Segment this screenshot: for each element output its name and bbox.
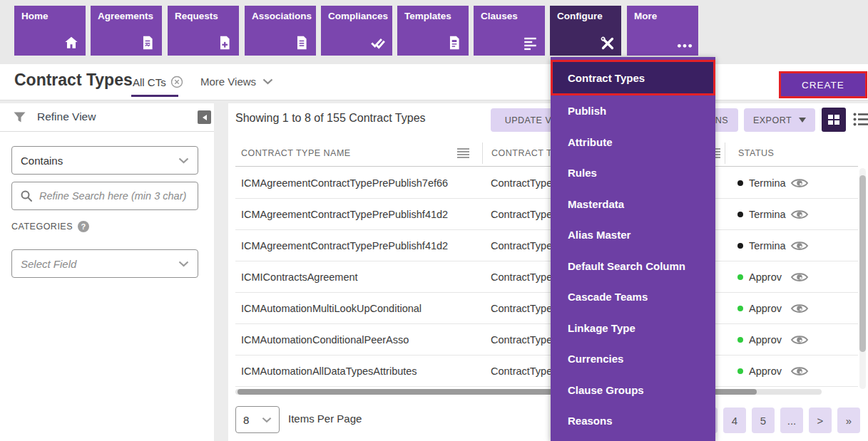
- table-row[interactable]: ICMAgreementContractTypePrePublishf41d2 …: [235, 199, 858, 230]
- menu-item-clause-groups[interactable]: Clause Groups: [551, 375, 715, 406]
- table-row[interactable]: ICMAgreementContractTypePrePublishf41d2 …: [235, 230, 858, 261]
- items-per-page-select[interactable]: 8: [235, 406, 280, 433]
- refine-search-input[interactable]: [39, 190, 190, 202]
- table-row[interactable]: ICMIContractsAgreement ContractType Appr…: [235, 261, 858, 293]
- preview-eye-icon[interactable]: [790, 177, 809, 190]
- active-view-chip[interactable]: All CTs: [133, 76, 183, 88]
- table-row[interactable]: ICMAutomationMultiLookUpConditional Cont…: [235, 293, 858, 324]
- nav-tile-home[interactable]: Home: [14, 6, 86, 56]
- column-header-contract-type-name[interactable]: CONTRACT TYPE NAME: [235, 140, 482, 166]
- contract-type-name[interactable]: ICMAgreementContractTypePrePublishf41d2: [235, 209, 482, 220]
- chevron-down-icon: [262, 78, 273, 85]
- export-button[interactable]: EXPORT: [744, 108, 815, 132]
- table-header-row: CONTRACT TYPE NAME CONTRACT TYPE STATUS: [235, 140, 858, 167]
- nav-tile-associations[interactable]: Associations: [245, 6, 316, 56]
- status-cell: Approv: [725, 302, 858, 315]
- preview-eye-icon[interactable]: [790, 239, 809, 252]
- nav-tile-agreements[interactable]: Agreements: [91, 6, 162, 56]
- preview-eye-icon[interactable]: [790, 271, 809, 284]
- last-page-button[interactable]: »: [837, 408, 860, 433]
- menu-item-alias-master[interactable]: Alias Master: [551, 219, 715, 251]
- more-views-label: More Views: [200, 76, 256, 88]
- menu-item-reasons[interactable]: Reasons: [551, 405, 715, 437]
- menu-item-contract-types[interactable]: Contract Types: [551, 60, 715, 95]
- column-menu-icon[interactable]: [457, 148, 469, 158]
- nav-tile-requests[interactable]: Requests: [168, 6, 239, 56]
- preview-eye-icon[interactable]: [790, 365, 809, 378]
- nav-tile-clauses[interactable]: Clauses: [474, 6, 545, 56]
- table-row[interactable]: ICMAgreementContractTypePrePublish7ef66 …: [235, 167, 858, 199]
- status-text: Termina: [749, 209, 789, 220]
- menu-item-linkage-type[interactable]: Linkage Type: [551, 313, 715, 344]
- horizontal-scrollbar[interactable]: [235, 389, 822, 395]
- status-dot: [737, 337, 743, 343]
- status-cell: Termina: [725, 177, 858, 190]
- page-ellipsis-button[interactable]: ...: [780, 408, 803, 433]
- items-per-page-value: 8: [243, 414, 249, 426]
- status-text: Approv: [749, 271, 789, 283]
- chevron-down-icon: [262, 417, 272, 423]
- home-icon: [63, 35, 79, 51]
- contract-type-name[interactable]: ICMAutomationAllDataTypesAttributes: [235, 365, 482, 377]
- menu-item-currencies[interactable]: Currencies: [551, 343, 715, 375]
- menu-item-masterdata[interactable]: Masterdata: [551, 189, 715, 220]
- contract-types-page: Home Agreements Requests Associations Co…: [0, 0, 868, 441]
- search-operator-select[interactable]: Contains: [11, 146, 198, 175]
- sidebar-collapse-button[interactable]: [198, 110, 211, 124]
- active-view-underline: [131, 95, 178, 97]
- menu-item-attribute[interactable]: Attribute: [551, 127, 715, 158]
- status-cell: Termina: [725, 239, 858, 252]
- category-field-select[interactable]: Select Field: [11, 249, 198, 278]
- table-row[interactable]: ICMAutomationConditionalPeerAsso Contrac…: [235, 324, 858, 356]
- compliance-double-check-icon: [370, 35, 386, 51]
- nav-tile-compliances[interactable]: Compliances: [321, 6, 392, 56]
- search-operator-value: Contains: [21, 155, 63, 167]
- collapse-left-icon: [203, 115, 207, 120]
- preview-eye-icon[interactable]: [790, 302, 809, 315]
- page-button-4[interactable]: 4: [723, 408, 746, 433]
- categories-label-row: CATEGORIES: [11, 221, 89, 232]
- preview-eye-icon[interactable]: [790, 208, 809, 221]
- refine-search-box: [11, 182, 198, 210]
- list-view-toggle[interactable]: [853, 112, 868, 127]
- filter-funnel-icon: [13, 111, 26, 124]
- grid-icon: [827, 113, 840, 126]
- vertical-scrollbar[interactable]: [859, 168, 866, 389]
- next-page-button[interactable]: >: [809, 408, 832, 433]
- status-text: Termina: [749, 240, 789, 251]
- menu-item-rules[interactable]: Rules: [551, 157, 715, 189]
- contract-type-name[interactable]: ICMAgreementContractTypePrePublish7ef66: [235, 177, 482, 189]
- grid-view-toggle[interactable]: [822, 108, 846, 132]
- nav-tile-configure[interactable]: Configure: [550, 6, 621, 56]
- vertical-scrollbar-thumb[interactable]: [859, 175, 866, 352]
- contract-type-name[interactable]: ICMAgreementContractTypePrePublishf41d2: [235, 240, 482, 251]
- more-views-dropdown[interactable]: More Views: [200, 76, 273, 88]
- status-dot: [737, 243, 743, 249]
- category-field-placeholder: Select Field: [21, 258, 76, 270]
- association-document-icon: [294, 35, 310, 51]
- contract-type-name[interactable]: ICMAutomationConditionalPeerAsso: [235, 334, 482, 346]
- nav-tile-more[interactable]: More: [627, 6, 698, 56]
- menu-item-cascade-teams[interactable]: Cascade Teams: [551, 281, 715, 313]
- results-count-text: Showing 1 to 8 of 155 Contract Types: [235, 112, 426, 125]
- menu-item-default-search-column[interactable]: Default Search Column: [551, 251, 715, 282]
- close-icon[interactable]: [170, 76, 183, 88]
- page-button-5[interactable]: 5: [752, 408, 775, 433]
- status-dot: [737, 274, 743, 280]
- help-icon[interactable]: [78, 221, 89, 232]
- create-button[interactable]: CREATE: [779, 71, 867, 98]
- refine-view-header: Refine View: [0, 103, 214, 132]
- menu-item-publish[interactable]: Publish: [551, 95, 715, 127]
- preview-eye-icon[interactable]: [790, 333, 809, 346]
- refine-view-sidebar: Refine View Contains CATEGORIES Select F…: [0, 103, 214, 441]
- contract-type-name[interactable]: ICMIContractsAgreement: [235, 271, 482, 283]
- contract-types-main: Showing 1 to 8 of 155 Contract Types UPD…: [228, 103, 868, 441]
- column-header-status[interactable]: STATUS: [725, 142, 858, 164]
- nav-tile-templates[interactable]: Templates: [397, 6, 469, 56]
- contract-type-name[interactable]: ICMAutomationMultiLookUpConditional: [235, 303, 482, 314]
- export-label: EXPORT: [753, 115, 792, 125]
- search-icon: [20, 190, 33, 202]
- contract-types-table: ICMAgreementContractTypePrePublish7ef66 …: [235, 167, 858, 387]
- more-ellipsis-icon: [676, 35, 692, 51]
- table-row[interactable]: ICMAutomationAllDataTypesAttributes Cont…: [235, 356, 858, 387]
